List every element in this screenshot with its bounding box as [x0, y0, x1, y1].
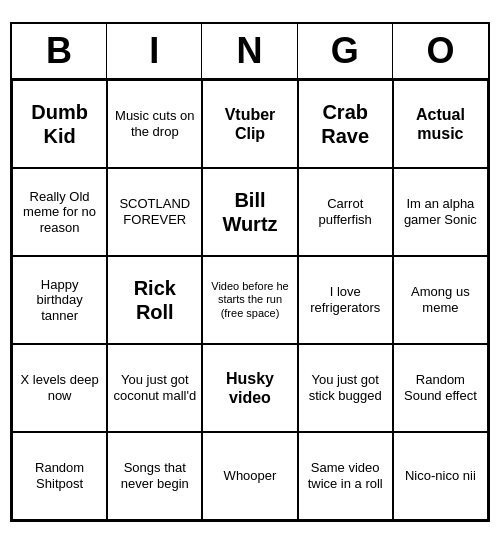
bingo-cell-3[interactable]: Crab Rave: [298, 80, 393, 168]
bingo-grid: Dumb KidMusic cuts on the dropVtuber Cli…: [12, 80, 488, 520]
bingo-cell-21[interactable]: Songs that never begin: [107, 432, 202, 520]
bingo-cell-0[interactable]: Dumb Kid: [12, 80, 107, 168]
bingo-cell-6[interactable]: SCOTLAND FOREVER: [107, 168, 202, 256]
bingo-cell-16[interactable]: You just got coconut mall'd: [107, 344, 202, 432]
bingo-cell-9[interactable]: Im an alpha gamer Sonic: [393, 168, 488, 256]
bingo-cell-13[interactable]: I love refrigerators: [298, 256, 393, 344]
bingo-cell-2[interactable]: Vtuber Clip: [202, 80, 297, 168]
bingo-cell-8[interactable]: Carrot pufferfish: [298, 168, 393, 256]
bingo-cell-4[interactable]: Actual music: [393, 80, 488, 168]
bingo-letter-b: B: [12, 24, 107, 78]
bingo-cell-20[interactable]: Random Shitpost: [12, 432, 107, 520]
bingo-cell-17[interactable]: Husky video: [202, 344, 297, 432]
bingo-letter-g: G: [298, 24, 393, 78]
bingo-cell-1[interactable]: Music cuts on the drop: [107, 80, 202, 168]
bingo-cell-12[interactable]: Video before he starts the run (free spa…: [202, 256, 297, 344]
bingo-cell-5[interactable]: Really Old meme for no reason: [12, 168, 107, 256]
bingo-cell-18[interactable]: You just got stick bugged: [298, 344, 393, 432]
bingo-card: BINGO Dumb KidMusic cuts on the dropVtub…: [10, 22, 490, 522]
bingo-letter-o: O: [393, 24, 488, 78]
bingo-cell-24[interactable]: Nico-nico nii: [393, 432, 488, 520]
bingo-header: BINGO: [12, 24, 488, 80]
bingo-letter-i: I: [107, 24, 202, 78]
bingo-cell-15[interactable]: X levels deep now: [12, 344, 107, 432]
bingo-cell-7[interactable]: Bill Wurtz: [202, 168, 297, 256]
bingo-letter-n: N: [202, 24, 297, 78]
bingo-cell-11[interactable]: Rick Roll: [107, 256, 202, 344]
bingo-cell-14[interactable]: Among us meme: [393, 256, 488, 344]
bingo-cell-23[interactable]: Same video twice in a roll: [298, 432, 393, 520]
bingo-cell-19[interactable]: Random Sound effect: [393, 344, 488, 432]
bingo-cell-22[interactable]: Whooper: [202, 432, 297, 520]
bingo-cell-10[interactable]: Happy birthday tanner: [12, 256, 107, 344]
